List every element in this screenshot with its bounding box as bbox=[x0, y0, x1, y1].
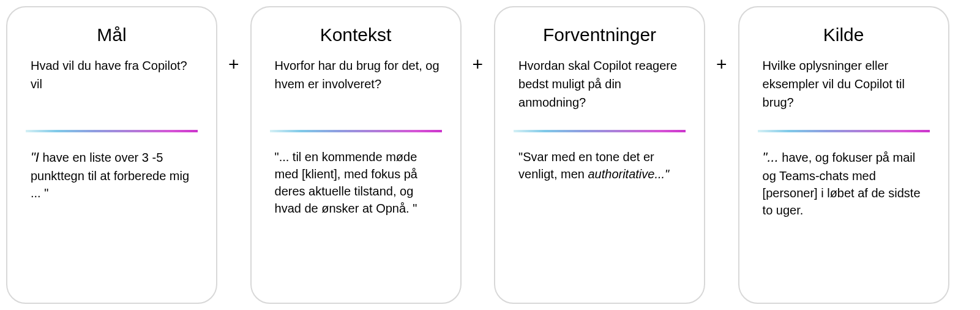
card-example: "... til en kommende møde med [klient], … bbox=[270, 148, 442, 217]
card-expectations: Forventninger Hvordan skal Copilot reage… bbox=[494, 6, 705, 304]
card-question: Hvordan skal Copilot reagere bedst mulig… bbox=[514, 56, 686, 113]
card-question: Hvorfor har du brug for det, og hvem er … bbox=[270, 56, 442, 113]
gradient-divider bbox=[514, 130, 686, 132]
plus-separator: + bbox=[217, 54, 250, 75]
plus-separator: + bbox=[462, 54, 495, 75]
card-title: Forventninger bbox=[514, 25, 686, 45]
card-example: "Svar med en tone det er venligt, men au… bbox=[514, 148, 686, 183]
card-example: "I have en liste over 3 -5 punkttegn til… bbox=[26, 148, 198, 202]
gradient-divider bbox=[270, 130, 442, 132]
card-source: Kilde Hvilke oplysninger eller eksempler… bbox=[738, 6, 949, 304]
cards-container: Mål Hvad vil du have fra Copilot? vil "I… bbox=[6, 6, 974, 304]
card-example: "... have, og fokuser på mail og Teams-c… bbox=[758, 148, 930, 219]
card-context: Kontekst Hvorfor har du brug for det, og… bbox=[250, 6, 462, 304]
card-title: Kilde bbox=[758, 25, 930, 45]
gradient-divider bbox=[26, 130, 198, 132]
card-question: Hvilke oplysninger eller eksempler vil d… bbox=[758, 56, 930, 113]
card-question: Hvad vil du have fra Copilot? vil bbox=[26, 56, 198, 113]
card-title: Mål bbox=[26, 25, 198, 45]
card-title: Kontekst bbox=[270, 25, 442, 45]
card-goal: Mål Hvad vil du have fra Copilot? vil "I… bbox=[6, 6, 217, 304]
gradient-divider bbox=[758, 130, 930, 132]
plus-separator: + bbox=[705, 54, 738, 75]
